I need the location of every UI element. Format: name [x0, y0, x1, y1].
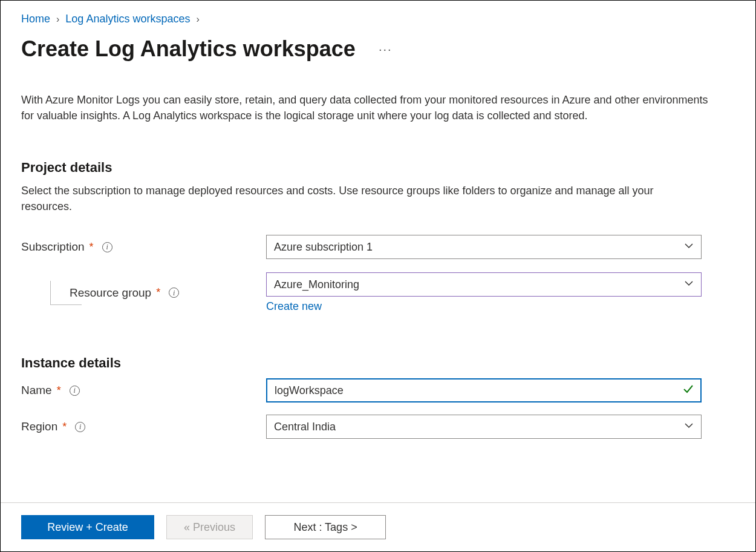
project-details-heading: Project details: [21, 160, 735, 176]
chevron-right-icon: ›: [196, 14, 199, 25]
subscription-label: Subscription* i: [21, 240, 266, 254]
region-value: Central India: [274, 421, 336, 433]
more-icon[interactable]: ···: [379, 42, 393, 56]
instance-details-heading: Instance details: [21, 355, 735, 371]
info-icon[interactable]: i: [169, 288, 179, 298]
chevron-right-icon: ›: [56, 14, 59, 25]
name-input[interactable]: [266, 378, 702, 402]
indent-line: [50, 281, 82, 305]
name-label: Name* i: [21, 384, 266, 397]
review-create-button[interactable]: Review + Create: [21, 515, 154, 539]
required-icon: *: [156, 286, 160, 299]
info-icon[interactable]: i: [75, 422, 85, 432]
breadcrumb-home[interactable]: Home: [21, 13, 50, 25]
create-new-resource-group-link[interactable]: Create new: [266, 300, 322, 313]
region-label: Region* i: [21, 420, 266, 433]
chevron-down-icon: [684, 421, 694, 433]
resource-group-value: Azure_Monitoring: [274, 278, 359, 291]
check-icon: [682, 383, 694, 398]
next-tags-button[interactable]: Next : Tags >: [265, 515, 386, 539]
previous-button: « Previous: [166, 515, 253, 539]
name-input-field[interactable]: [275, 384, 682, 397]
breadcrumb-workspaces[interactable]: Log Analytics workspaces: [65, 13, 190, 25]
chevron-down-icon: [684, 278, 694, 291]
region-select[interactable]: Central India: [266, 415, 702, 439]
chevron-down-icon: [684, 241, 694, 254]
page-title: Create Log Analytics workspace: [21, 36, 356, 62]
required-icon: *: [62, 421, 67, 433]
wizard-footer: Review + Create « Previous Next : Tags >: [1, 502, 755, 551]
intro-text: With Azure Monitor Logs you can easily s…: [21, 92, 711, 123]
subscription-value: Azure subscription 1: [274, 241, 373, 254]
breadcrumb: Home › Log Analytics workspaces ›: [21, 13, 735, 25]
info-icon[interactable]: i: [70, 386, 80, 396]
project-details-subtext: Select the subscription to manage deploy…: [21, 183, 686, 214]
subscription-select[interactable]: Azure subscription 1: [266, 235, 702, 259]
resource-group-select[interactable]: Azure_Monitoring: [266, 272, 702, 297]
required-icon: *: [90, 241, 94, 254]
info-icon[interactable]: i: [102, 242, 112, 252]
required-icon: *: [57, 384, 61, 397]
